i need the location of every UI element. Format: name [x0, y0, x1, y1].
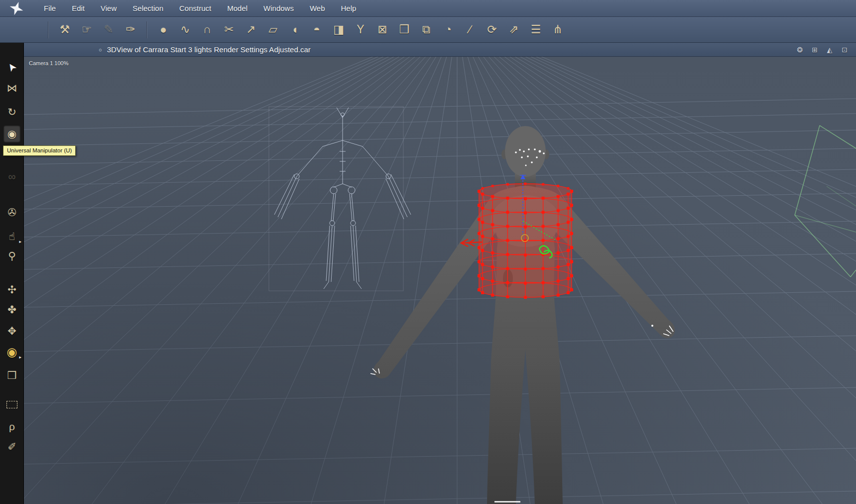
menu-windows[interactable]: Windows [255, 4, 302, 12]
plane-tool-icon[interactable]: ▱ [262, 20, 284, 40]
marquee-select-tool-icon[interactable] [3, 396, 20, 413]
lasso-select-tool-icon[interactable]: ρ [3, 418, 20, 435]
rotate-tool-icon[interactable]: ↻ [3, 104, 20, 121]
push-tool-icon[interactable]: ⇗ [503, 20, 525, 40]
trackball-tool-icon[interactable]: ◉▸ [3, 344, 20, 361]
sphere-slice-tool-icon[interactable]: ◔ [437, 20, 459, 40]
menubar: File Edit View Selection Construct Model… [0, 0, 856, 17]
viewport-header: ○ 3DView of Carrara Start 3 lights Rende… [24, 43, 856, 57]
trowel-tool-icon[interactable]: ✑ [120, 20, 141, 40]
bone-tool-icon[interactable]: ⋔ [547, 20, 569, 40]
menu-selection[interactable]: Selection [124, 4, 171, 12]
toolbar-separator [48, 21, 49, 38]
menu-edit[interactable]: Edit [64, 4, 93, 12]
tooltip: Universal Manipulator (U) [3, 145, 76, 156]
scale-tool-icon[interactable]: ⋈ [3, 80, 20, 97]
link-tool-icon[interactable]: ∞ [3, 168, 20, 185]
trackball-glyph-icon: ◉ [7, 345, 17, 359]
3d-viewport[interactable]: Camera 1 100% [24, 57, 856, 504]
rotate-figure-tool-icon[interactable]: ⟳ [481, 20, 503, 40]
brush-tool-icon[interactable]: ✎ [98, 20, 120, 40]
render-preview-icon[interactable]: ❂ [795, 46, 804, 54]
clipboard-tool-icon[interactable]: ⧉ [415, 20, 437, 40]
camera-tool-icon[interactable]: ✇ [3, 204, 20, 221]
layout-grid-icon[interactable]: ⊞ [810, 46, 819, 54]
left-tool-rail: ➤ ⋈ ↻ ◉ ∞ ✇ ☝▸ ⚲ ✣ ✤ ✥ ◉▸ ❒ ρ ✐ [0, 43, 24, 504]
toolbar-separator [146, 21, 147, 38]
menu-model[interactable]: Model [219, 4, 255, 12]
zoom-tool-icon[interactable]: ⚲ [3, 248, 20, 264]
pan-tool-icon[interactable]: ☝▸ [3, 228, 20, 245]
camera-label: Camera 1 100% [29, 60, 69, 66]
bottom-marker [494, 501, 520, 503]
viewport-title: 3DView of Carrara Start 3 lights Render … [107, 45, 311, 54]
working-box-tool-icon[interactable]: ❒ [3, 367, 20, 384]
menu-web[interactable]: Web [302, 4, 333, 12]
sweep-tool-icon[interactable]: ✥ [3, 323, 20, 340]
paint-select-tool-icon[interactable]: ✐ [3, 438, 20, 455]
vase-tool-icon[interactable]: ◓ [306, 20, 328, 40]
sphere-tool-icon[interactable]: ● [152, 20, 174, 40]
levels-tool-icon[interactable]: ☰ [525, 20, 547, 40]
goblet-tool-icon[interactable]: Y [350, 20, 371, 40]
select-tool-icon[interactable]: ➤ [3, 59, 20, 76]
magnet-tool-icon[interactable]: ∩ [196, 20, 218, 40]
dome-tool-icon[interactable]: ◖ [284, 20, 306, 40]
hand-tool-icon[interactable]: ☞ [76, 20, 98, 40]
toolbar: ⚒ ☞ ✎ ✑ ● ∿ ∩ ✂ ↗ ▱ ◖ ◓ ◨ Y ⊠ ❒ ⧉ ◔ ∕ ⟳ … [0, 17, 856, 43]
hand-glyph-icon: ☝ [9, 231, 15, 243]
universal-manipulator-tool-icon[interactable]: ◉ [3, 126, 20, 142]
marquee-box-icon [6, 401, 17, 408]
menu-view[interactable]: View [93, 4, 124, 12]
extrude-tool-icon[interactable]: ◨ [328, 20, 350, 40]
3d-scene [24, 57, 856, 504]
pointer-arrow-icon: ➤ [4, 60, 19, 74]
dolly-tool-icon[interactable]: ✣ [3, 281, 20, 298]
app-logo-icon [8, 1, 25, 16]
menu-construct[interactable]: Construct [171, 4, 219, 12]
wrench-tool-icon[interactable]: ⚒ [54, 20, 76, 40]
collapse-circle-icon[interactable]: ○ [99, 47, 102, 53]
track-tool-icon[interactable]: ✤ [3, 301, 20, 318]
checker-tool-icon[interactable]: ⊠ [371, 20, 393, 40]
line-tool-icon[interactable]: ∕ [459, 20, 481, 40]
cube-tool-icon[interactable]: ❒ [393, 20, 415, 40]
selected-mesh-cylinder[interactable] [478, 183, 573, 299]
menu-file[interactable]: File [36, 4, 64, 12]
shaded-view-icon[interactable]: ◭ [825, 46, 834, 54]
spline-tool-icon[interactable]: ∿ [174, 20, 196, 40]
expand-view-icon[interactable]: ⊡ [840, 46, 849, 54]
scissors-tool-icon[interactable]: ✂ [218, 20, 240, 40]
flyout-arrow-icon: ▸ [19, 355, 21, 360]
menu-help[interactable]: Help [333, 4, 365, 12]
viewport-panel: ○ 3DView of Carrara Start 3 lights Rende… [24, 43, 856, 504]
flyout-arrow-icon: ▸ [19, 239, 21, 244]
point-tool-icon[interactable]: ↗ [240, 20, 262, 40]
